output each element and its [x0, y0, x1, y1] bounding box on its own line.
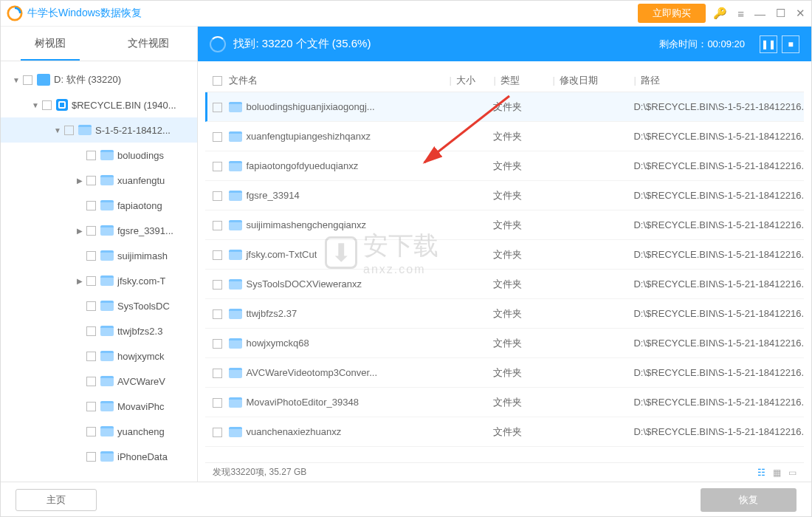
view-detail-icon[interactable]: ▭ [788, 468, 796, 478]
checkbox[interactable] [86, 151, 96, 160]
tree-folder-item[interactable]: fapiaotong [1, 193, 197, 218]
chevron-down-icon[interactable]: ▼ [52, 126, 63, 134]
tree-folder-item[interactable]: iPhoneData [1, 444, 197, 469]
tree-folder-item[interactable]: MovaviPhc [1, 394, 197, 419]
table-row[interactable]: fgsre_33914 文件夹 D:\$RECYCLE.BIN\S-1-5-21… [205, 181, 804, 210]
col-size[interactable]: 大小 [456, 75, 475, 86]
view-grid-icon[interactable]: ▦ [773, 468, 781, 478]
chevron-right-icon[interactable]: ▶ [75, 227, 85, 235]
checkbox[interactable] [86, 352, 96, 361]
tab-tree-view[interactable]: 树视图 [1, 27, 99, 61]
key-icon[interactable]: 🔑 [713, 7, 727, 20]
tree-folder-item[interactable]: boluodings [1, 143, 197, 168]
table-row[interactable]: suijimimashengchengqianxz 文件夹 D:\$RECYCL… [205, 210, 804, 240]
tree-folder-item[interactable]: SysToolsDC [1, 293, 197, 318]
checkbox[interactable] [86, 301, 96, 311]
chevron-right-icon[interactable]: ▶ [75, 177, 85, 185]
stop-button[interactable]: ■ [782, 35, 799, 53]
tree-recycle[interactable]: ▼$RECYCLE.BIN (1940... [1, 92, 197, 117]
home-button[interactable]: 主页 [16, 489, 97, 511]
col-name[interactable]: 文件名 [229, 74, 449, 87]
tab-file-view[interactable]: 文件视图 [99, 27, 197, 61]
checkbox[interactable] [213, 398, 222, 408]
table-row[interactable]: MovaviPhotoEditor_39348 文件夹 D:\$RECYCLE.… [205, 388, 804, 417]
folder-icon [100, 301, 114, 311]
checkbox[interactable] [64, 126, 74, 135]
checkbox[interactable] [86, 251, 96, 261]
tree-drive[interactable]: ▼D: 软件 (33220) [1, 67, 197, 92]
checkbox[interactable] [86, 402, 96, 411]
folder-icon [229, 427, 242, 437]
scan-progress-bar: 找到: 33220 个文件 (35.6%) 剩余时间：00:09:20 ❚❚ ■ [198, 27, 811, 61]
folder-icon [100, 175, 114, 185]
folder-icon [229, 191, 242, 201]
checkbox[interactable] [213, 280, 222, 290]
folder-icon [229, 250, 242, 260]
checkbox[interactable] [86, 326, 96, 336]
table-row[interactable]: xuanfengtupiangeshizhqanxz 文件夹 D:\$RECYC… [205, 122, 804, 151]
pause-button[interactable]: ❚❚ [760, 35, 777, 53]
checkbox[interactable] [213, 250, 222, 260]
table-row[interactable]: SysToolsDOCXVieweranxz 文件夹 D:\$RECYCLE.B… [205, 270, 804, 299]
checkbox[interactable] [86, 377, 96, 386]
tree-folder-item[interactable]: suijimimash [1, 243, 197, 268]
checkbox[interactable] [213, 132, 222, 142]
buy-button[interactable]: 立即购买 [638, 4, 706, 23]
tree-folder-item[interactable]: ▶jfsky.com-T [1, 268, 197, 293]
folder-icon [229, 102, 242, 112]
checkbox[interactable] [86, 201, 96, 210]
minimize-icon[interactable]: — [754, 7, 765, 20]
tree-folder-item[interactable]: AVCWareV [1, 369, 197, 394]
table-header: 文件名 |大小 |类型 |修改日期 |路径 [205, 69, 804, 92]
checkbox[interactable] [213, 191, 222, 201]
folder-icon [229, 338, 242, 349]
tree-folder-item[interactable]: ▶xuanfengtu [1, 168, 197, 193]
col-type[interactable]: 类型 [500, 75, 520, 86]
loading-spinner-icon [210, 36, 226, 52]
checkbox[interactable] [213, 428, 222, 437]
tree-folder-item[interactable]: yuancheng [1, 419, 197, 444]
col-path[interactable]: 路径 [641, 75, 660, 86]
recycle-icon [56, 99, 68, 111]
tree-folder-item[interactable]: ttwjbfzs2.3 [1, 318, 197, 343]
checkbox[interactable] [86, 176, 96, 185]
table-row[interactable]: AVCWareVideotomp3Conver... 文件夹 D:\$RECYC… [205, 358, 804, 388]
checkbox[interactable] [213, 162, 222, 171]
tree-folder-item[interactable]: ▶fgsre_3391... [1, 218, 197, 243]
view-list-icon[interactable]: ☷ [757, 468, 765, 478]
checkbox[interactable] [213, 339, 222, 349]
table-row[interactable]: vuanchenaxiezhuanxz 文件夹 D:\$RECYCLE.BIN\… [205, 417, 804, 447]
table-row[interactable]: fapiaotongofdyueduqianxz 文件夹 D:\$RECYCLE… [205, 151, 804, 181]
recover-button[interactable]: 恢复 [701, 488, 796, 512]
table-row[interactable]: boluodingshiguanjixiaogongj... 文件夹 D:\$R… [205, 92, 804, 122]
checkbox[interactable] [86, 427, 96, 436]
folder-icon [100, 351, 114, 361]
checkbox[interactable] [86, 452, 96, 462]
checkbox[interactable] [42, 100, 52, 110]
chevron-down-icon[interactable]: ▼ [30, 101, 41, 109]
checkbox[interactable] [213, 221, 222, 230]
checkbox[interactable] [23, 75, 32, 85]
chevron-down-icon[interactable]: ▼ [11, 76, 21, 84]
chevron-right-icon[interactable]: ▶ [75, 277, 85, 285]
checkbox[interactable] [86, 276, 96, 286]
maximize-icon[interactable]: ☐ [776, 7, 785, 20]
tree-folder-item[interactable]: howjxymck [1, 343, 197, 369]
checkbox[interactable] [86, 226, 96, 236]
tree-sid[interactable]: ▼S-1-5-21-18412... [1, 117, 197, 143]
table-row[interactable]: jfsky.com-TxtCut 文件夹 D:\$RECYCLE.BIN\S-1… [205, 240, 804, 270]
table-row[interactable]: ttwjbfzs2.37 文件夹 D:\$RECYCLE.BIN\S-1-5-2… [205, 299, 804, 329]
checkbox[interactable] [213, 309, 222, 319]
col-date[interactable]: 修改日期 [560, 75, 598, 86]
folder-icon [100, 426, 114, 436]
folder-icon [229, 397, 242, 408]
close-icon[interactable]: ✕ [796, 7, 805, 20]
checkbox[interactable] [213, 103, 222, 112]
table-body: boluodingshiguanjixiaogongj... 文件夹 D:\$R… [205, 92, 804, 462]
folder-icon [229, 309, 242, 319]
folder-icon [229, 161, 242, 171]
menu-icon[interactable]: ≡ [737, 7, 744, 20]
table-row[interactable]: howjxymckq68 文件夹 D:\$RECYCLE.BIN\S-1-5-2… [205, 329, 804, 358]
checkbox[interactable] [213, 369, 222, 378]
checkbox-all[interactable] [213, 76, 222, 86]
